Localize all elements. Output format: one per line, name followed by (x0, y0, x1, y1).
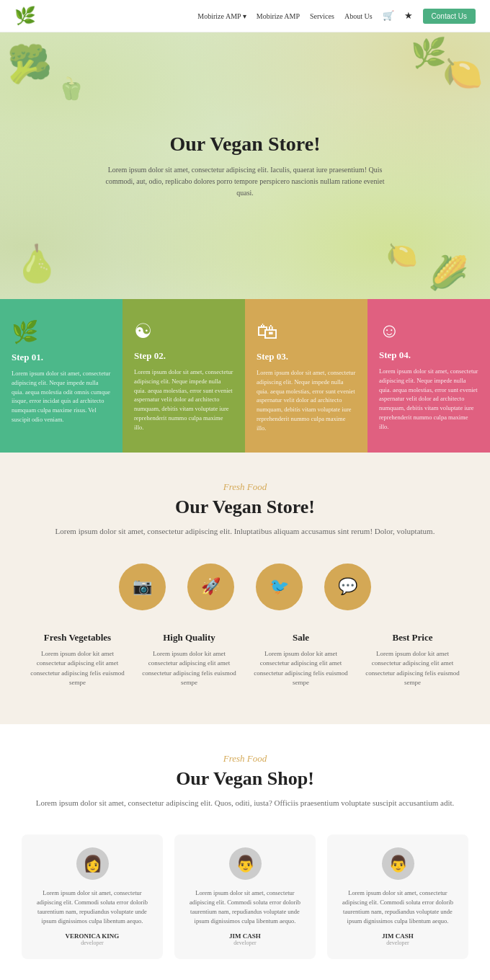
feature-item-1: High Quality Lorem ipsum dolor kit amet … (141, 632, 238, 688)
feature-name-2: Sale (252, 632, 349, 643)
hero-deco-1: 🥦 (7, 43, 52, 85)
step-3-desc: Lorem ipsum dolor sit amet, consectetur … (257, 368, 356, 432)
step-2-icon: ☯ (134, 319, 233, 343)
shop-label: Fresh Food (22, 753, 468, 765)
testimonial-name-2: JIM CASH (337, 932, 458, 940)
feature-name-3: Best Price (364, 632, 461, 643)
nav-logo: 🌿 (14, 6, 36, 26)
hero-description: Lorem ipsum dolor sit amet, consectetur … (101, 164, 389, 199)
feature-text-3: Lorem ipsum dolor kit amet consectetur a… (364, 649, 461, 688)
step-4-desc: Lorem ipsum dolor sit amet, consectetur … (379, 367, 478, 431)
hero-deco-4: 🍐 (14, 243, 59, 285)
hero-deco-3: 🍋 (442, 54, 483, 92)
testimonial-0: 👩 Lorem ipsum dolor sit amet, consectetu… (22, 834, 163, 959)
testimonial-role-1: developer (184, 940, 306, 946)
step-1: 🌿 Step 01. Lorem ipsum dolor sit amet, c… (0, 299, 122, 453)
testimonial-text-1: Lorem ipsum dolor sit amet, consectetur … (184, 888, 306, 925)
steps-section: 🌿 Step 01. Lorem ipsum dolor sit amet, c… (0, 299, 490, 453)
cart-icon[interactable]: 🛒 (383, 10, 394, 22)
nav-links: Mobirize AMP ▾ Mobirize AMP Services Abo… (197, 9, 476, 24)
step-3-icon: 🛍 (257, 319, 356, 344)
testimonial-2: 👨 Lorem ipsum dolor sit amet, consectetu… (327, 834, 468, 959)
feature-icon-1: 🚀 (187, 564, 234, 610)
hero-content: Our Vegan Store! Lorem ipsum dolor sit a… (101, 133, 389, 199)
shop-title: Our Vegan Shop! (22, 768, 468, 790)
step-4: ☺ Step 04. Lorem ipsum dolor sit amet, c… (368, 299, 490, 453)
testimonial-role-2: developer (337, 940, 458, 946)
avatar-1: 👨 (229, 847, 262, 880)
feature-text-2: Lorem ipsum dolor kit amet consectetur a… (252, 649, 349, 688)
nav-link-services[interactable]: Services (310, 12, 334, 20)
navbar: 🌿 Mobirize AMP ▾ Mobirize AMP Services A… (0, 0, 490, 32)
avatar-0: 👩 (76, 847, 109, 880)
testimonial-name-1: JIM CASH (184, 932, 306, 940)
step-3-title: Step 03. (257, 351, 356, 362)
features-desc: Lorem ipsum dolor sit amet, consectetur … (29, 525, 461, 538)
testimonial-text-2: Lorem ipsum dolor sit amet, consectetur … (337, 888, 458, 925)
features-icons: 📷 🚀 🐦 💬 (29, 564, 461, 610)
step-2-title: Step 02. (134, 350, 233, 362)
step-1-title: Step 01. (12, 352, 111, 363)
hero-deco-6: 🫑 (58, 76, 84, 101)
contact-button[interactable]: Contact Us (423, 9, 476, 24)
shop-section: Fresh Food Our Vegan Shop! Lorem ipsum d… (0, 724, 490, 980)
step-4-title: Step 04. (379, 349, 478, 361)
feature-name-0: Fresh Vegetables (29, 632, 126, 643)
feature-item-2: Sale Lorem ipsum dolor kit amet consecte… (252, 632, 349, 688)
hero-deco-7: 🍋 (386, 241, 418, 270)
testimonial-text-0: Lorem ipsum dolor sit amet, consectetur … (32, 888, 153, 925)
features-section: Fresh Food Our Vegan Store! Lorem ipsum … (0, 453, 490, 724)
feature-text-0: Lorem ipsum dolor kit amet consectetur a… (29, 649, 126, 688)
shop-desc: Lorem ipsum dolor sit amet, consectetur … (22, 797, 468, 810)
hero-deco-5: 🌽 (428, 254, 468, 292)
features-title: Our Vegan Store! (29, 496, 461, 518)
features-grid: Fresh Vegetables Lorem ipsum dolor kit a… (29, 632, 461, 688)
nav-link-mobirize-amp1[interactable]: Mobirize AMP ▾ (197, 12, 246, 20)
feature-item-3: Best Price Lorem ipsum dolor kit amet co… (364, 632, 461, 688)
step-2: ☯ Step 02. Lorem ipsum dolor sit amet, c… (122, 299, 245, 453)
feature-icon-3: 💬 (324, 564, 371, 610)
feature-text-1: Lorem ipsum dolor kit amet consectetur a… (141, 649, 238, 688)
step-1-desc: Lorem ipsum dolor sit amet, consectetur … (12, 369, 111, 424)
feature-icon-0: 📷 (119, 564, 166, 610)
testimonial-1: 👨 Lorem ipsum dolor sit amet, consectetu… (174, 834, 316, 959)
feature-icon-2: 🐦 (256, 564, 303, 610)
testimonials-grid: 👩 Lorem ipsum dolor sit amet, consectetu… (22, 834, 468, 959)
hero-title: Our Vegan Store! (101, 133, 389, 156)
avatar-2: 👨 (382, 847, 414, 880)
testimonial-role-0: developer (32, 940, 153, 946)
feature-name-1: High Quality (141, 632, 238, 643)
step-3: 🛍 Step 03. Lorem ipsum dolor sit amet, c… (245, 299, 368, 453)
testimonial-name-0: VERONICA KING (32, 932, 153, 940)
feature-item-0: Fresh Vegetables Lorem ipsum dolor kit a… (29, 632, 126, 688)
star-icon[interactable]: ★ (404, 10, 413, 22)
hero-section: 🥦 🌿 🍋 🍐 🌽 🫑 🍋 Our Vegan Store! Lorem ips… (0, 32, 490, 299)
step-1-icon: 🌿 (12, 319, 111, 344)
nav-link-about[interactable]: About Us (344, 12, 373, 20)
nav-link-mobirize-amp2[interactable]: Mobirize AMP (257, 12, 300, 20)
hero-deco-2: 🌿 (411, 36, 447, 70)
features-label: Fresh Food (29, 481, 461, 493)
step-4-icon: ☺ (379, 319, 478, 342)
step-2-desc: Lorem ipsum dolor sit amet, consectetur … (134, 368, 233, 432)
